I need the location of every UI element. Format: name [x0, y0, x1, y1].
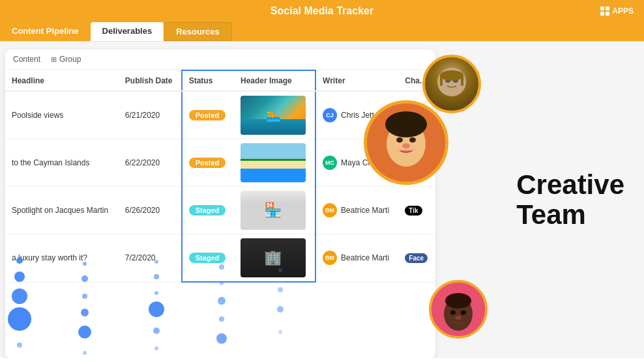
cell-writer-3: BM Beatrice Marti	[315, 187, 398, 234]
svg-point-19	[450, 311, 456, 315]
app-header: Social Media Tracker APPS	[0, 0, 644, 22]
cell-status-2: Posted	[182, 139, 234, 187]
channel-badge-3: Tik	[405, 206, 422, 216]
apps-label: APPS	[612, 7, 634, 16]
status-badge-3: Staged	[189, 205, 226, 216]
group-filter[interactable]: ⊞ Group	[51, 55, 81, 64]
avatar-woman	[364, 100, 448, 185]
tab-content-pipeline[interactable]: Content Pipeline	[0, 22, 91, 41]
svg-point-13	[402, 143, 410, 148]
cell-date-3: 6/26/2020	[119, 187, 182, 234]
cell-writer-4: BM Beatrice Marti	[315, 234, 398, 283]
app-title: Social Media Tracker	[271, 5, 373, 16]
tab-deliverables[interactable]: Deliverables	[91, 22, 164, 41]
col-header-header-image[interactable]: Header Image	[234, 70, 315, 91]
writer-avatar-2: MC	[323, 156, 337, 170]
right-panel: CreativeTeam	[435, 42, 644, 358]
apps-icon	[600, 7, 609, 16]
svg-point-10	[385, 111, 427, 137]
writer-avatar-3: BM	[323, 203, 337, 217]
header-image-1	[241, 96, 306, 135]
svg-point-14	[395, 147, 402, 151]
group-icon: ⊞	[51, 55, 57, 64]
header-image-3	[241, 191, 306, 230]
data-table: Headline Publish Date Status Header Imag…	[5, 70, 435, 283]
group-label: Group	[59, 55, 81, 64]
svg-point-21	[455, 316, 461, 320]
table-area: Content ⊞ Group Headline Publish Date St	[5, 49, 435, 358]
cell-channel-3: Tik	[398, 187, 435, 234]
young-man-face	[432, 283, 485, 336]
header-image-4	[241, 238, 306, 277]
apps-button[interactable]: APPS	[600, 7, 634, 16]
svg-rect-4	[440, 76, 443, 86]
cell-image-1	[234, 91, 315, 139]
cell-status-3: Staged	[182, 187, 234, 234]
col-header-headline[interactable]: Headline	[5, 70, 119, 91]
cell-headline-3: Spotlight on Jacques Martin	[5, 187, 119, 234]
cell-date-1: 6/21/2020	[119, 91, 182, 139]
svg-rect-5	[461, 76, 463, 86]
cell-image-2	[234, 139, 315, 187]
nav-tabs: Content Pipeline Deliverables Resources	[0, 22, 644, 42]
main-content: Content ⊞ Group Headline Publish Date St	[0, 42, 644, 358]
cell-headline-2: to the Cayman Islands	[5, 139, 119, 187]
woman-face	[367, 104, 445, 182]
creative-team-label: CreativeTeam	[516, 170, 624, 230]
cell-image-3	[234, 187, 315, 234]
col-header-writer[interactable]: Writer	[315, 70, 398, 91]
svg-point-18	[445, 293, 471, 309]
writer-avatar-4: BM	[323, 251, 337, 265]
status-badge-1: Posted	[189, 110, 226, 120]
svg-point-3	[440, 70, 463, 81]
cell-image-4	[234, 234, 315, 283]
col-header-status[interactable]: Status	[182, 70, 234, 91]
cell-status-1: Posted	[182, 91, 234, 139]
avatar-young-man	[429, 280, 488, 339]
svg-point-15	[411, 147, 417, 151]
tab-resources[interactable]: Resources	[164, 22, 231, 41]
writer-avatar-1: CJ	[323, 108, 337, 122]
svg-point-20	[461, 311, 466, 315]
table-row: a luxury stay worth it? 7/2/2020 Staged …	[5, 234, 435, 283]
cell-channel-4: Face	[398, 234, 435, 283]
cell-date-2: 6/22/2020	[119, 139, 182, 187]
cell-status-4: Staged	[182, 234, 234, 283]
channel-badge-4: Face	[405, 253, 428, 263]
avatar-elder-man	[422, 55, 481, 113]
svg-point-12	[409, 137, 416, 143]
content-filter[interactable]: Content	[13, 55, 40, 64]
toolbar-row: Content ⊞ Group	[5, 49, 435, 70]
table-row: Spotlight on Jacques Martin 6/26/2020 St…	[5, 187, 435, 234]
status-badge-2: Posted	[189, 158, 226, 168]
header-image-2	[241, 143, 306, 182]
cell-headline-4: a luxury stay worth it?	[5, 234, 119, 283]
col-header-publish-date[interactable]: Publish Date	[119, 70, 182, 91]
svg-point-11	[396, 137, 403, 143]
content-label: Content	[13, 55, 40, 64]
elder-man-face	[425, 57, 478, 111]
cell-date-4: 7/2/2020	[119, 234, 182, 283]
cell-headline-1: Poolside views	[5, 91, 119, 139]
status-badge-4: Staged	[189, 253, 226, 263]
